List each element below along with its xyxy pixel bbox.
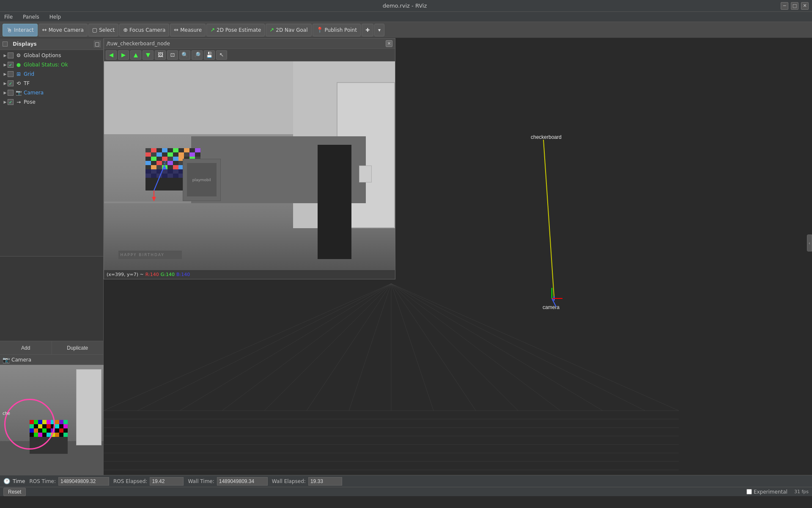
sw-zoom-fit-button[interactable]: ⊡ (167, 50, 178, 60)
svg-rect-106 (173, 161, 178, 165)
menu-panels[interactable]: Panels (20, 13, 42, 21)
display-checkbox[interactable]: ✓ (8, 99, 14, 105)
display-checkbox[interactable] (8, 52, 14, 58)
sw-save-button[interactable]: 💾 (204, 50, 215, 60)
display-checkbox[interactable] (8, 71, 14, 77)
display-checkbox[interactable]: ✓ (8, 62, 14, 68)
nav-goal-icon: ↗ (269, 27, 274, 33)
sw-up-button[interactable]: ▲ (130, 50, 141, 60)
display-camera-icon: 📷 (15, 89, 22, 96)
display-item-tf[interactable]: ▶ ✓ ⟲ TF (0, 79, 103, 88)
camera-label: Camera (11, 357, 31, 363)
sw-down-button[interactable]: ▼ (143, 50, 154, 60)
duplicate-display-button[interactable]: Duplicate (52, 341, 104, 355)
expand-icon: ▶ (3, 72, 8, 77)
move-camera-label: Move Camera (49, 27, 84, 33)
sub-window: /tuw_checkerboard_node ✕ ◀ ▶ ▲ ▼ 🖼 ⊡ 🔍 🔎… (104, 38, 395, 279)
ros-elapsed-input[interactable] (150, 477, 184, 486)
minimize-button[interactable]: − (781, 2, 788, 10)
displays-title: Displays (13, 41, 37, 47)
sw-zoom-out-button[interactable]: 🔎 (192, 50, 203, 60)
extra-button-1[interactable]: ✚ (362, 24, 373, 36)
svg-rect-92 (151, 157, 156, 161)
measure-button[interactable]: ⇔ Measure (170, 24, 206, 36)
svg-rect-102 (151, 161, 156, 165)
sub-window-close-button[interactable]: ✕ (386, 40, 392, 47)
svg-rect-121 (145, 169, 151, 174)
interact-icon: 🖱 (6, 27, 12, 33)
svg-rect-76 (173, 148, 178, 152)
svg-rect-93 (156, 157, 162, 161)
move-camera-icon: ↔ (42, 27, 47, 33)
display-item-pose[interactable]: ▶ ✓ → Pose (0, 97, 103, 107)
add-display-button[interactable]: Add (0, 341, 52, 355)
menu-help[interactable]: Help (47, 13, 63, 21)
camera-panel: 📷 Camera (0, 354, 103, 475)
ros-time-label: ROS Time: (29, 478, 56, 484)
display-checkbox[interactable] (8, 90, 14, 96)
publish-point-button[interactable]: 📍 Publish Point (313, 24, 361, 36)
svg-rect-136 (173, 174, 178, 178)
reset-button[interactable]: Reset (3, 488, 26, 496)
focus-camera-button[interactable]: ⊕ Focus Camera (119, 24, 169, 36)
sw-zoom-in-button[interactable]: 🔍 (179, 50, 190, 60)
svg-rect-77 (178, 148, 184, 152)
measure-icon: ⇔ (174, 27, 178, 33)
svg-rect-81 (145, 152, 151, 157)
svg-rect-71 (145, 148, 151, 152)
properties-panel (0, 256, 103, 341)
interact-button[interactable]: 🖱 Interact (3, 24, 38, 36)
svg-rect-83 (156, 152, 162, 157)
sub-window-image-area[interactable]: Z playmobil (104, 61, 395, 270)
select-button[interactable]: ▢ Select (88, 24, 118, 36)
displays-collapse-icon[interactable] (3, 41, 8, 47)
svg-rect-88 (184, 152, 189, 157)
svg-rect-79 (189, 148, 195, 152)
plus-icon: ✚ (365, 27, 370, 33)
display-icon: ⚙ (15, 52, 22, 59)
wall-elapsed-input[interactable] (308, 477, 342, 486)
camera-icon: 📷 (3, 356, 10, 363)
svg-rect-113 (156, 165, 162, 169)
ros-time-input[interactable] (58, 477, 109, 486)
svg-rect-89 (189, 152, 195, 157)
experimental-group: Experimental 31 fps (746, 489, 809, 495)
sw-image-button[interactable]: 🖼 (155, 50, 166, 60)
sw-next-right-button[interactable]: ▶ (118, 50, 129, 60)
display-label: Camera (24, 90, 44, 96)
pose-estimate-button[interactable]: ↗ 2D Pose Estimate (206, 24, 265, 36)
svg-text:Z: Z (164, 160, 166, 165)
svg-rect-122 (151, 169, 156, 174)
svg-rect-112 (151, 165, 156, 169)
display-item-global-status[interactable]: ▶ ✓ ● Global Status: Ok (0, 60, 103, 69)
nav-goal-button[interactable]: ↗ 2D Nav Goal (266, 24, 311, 36)
svg-rect-135 (167, 174, 173, 178)
collapse-right-handle[interactable]: ‹ (807, 235, 812, 251)
wall-time-input[interactable] (217, 477, 268, 486)
menu-file[interactable]: File (2, 13, 15, 21)
extra-button-2[interactable]: ▾ (374, 24, 384, 36)
publish-point-icon: 📍 (316, 27, 323, 33)
displays-expand-icon[interactable]: □ (94, 41, 101, 47)
display-checkbox[interactable]: ✓ (8, 80, 14, 86)
expand-icon: ▶ (3, 90, 8, 95)
camera-image: Z playmobil (104, 61, 395, 270)
move-camera-button[interactable]: ↔ Move Camera (38, 24, 88, 36)
expand-icon: ▶ (3, 62, 8, 67)
maximize-button[interactable]: □ (791, 2, 798, 10)
select-label: Select (99, 27, 115, 33)
svg-rect-18 (63, 424, 68, 428)
display-item-camera[interactable]: ▶ 📷 Camera (0, 88, 103, 97)
camera-panel-header[interactable]: 📷 Camera (0, 355, 103, 365)
sw-prev-left-button[interactable]: ◀ (106, 50, 117, 60)
display-item-global-options[interactable]: ▶ ⚙ Global Options (0, 51, 103, 60)
clock-icon: 🕐 (3, 478, 10, 484)
close-button[interactable]: ✕ (801, 2, 809, 10)
experimental-checkbox[interactable] (746, 489, 752, 494)
display-pose-icon: → (15, 99, 22, 105)
time-section-label: Time (13, 478, 25, 484)
sw-pointer-button[interactable]: ↖ (216, 50, 227, 60)
display-item-grid[interactable]: ▶ ⊞ Grid (0, 69, 103, 79)
svg-rect-7 (55, 420, 59, 424)
publish-point-label: Publish Point (325, 27, 357, 33)
